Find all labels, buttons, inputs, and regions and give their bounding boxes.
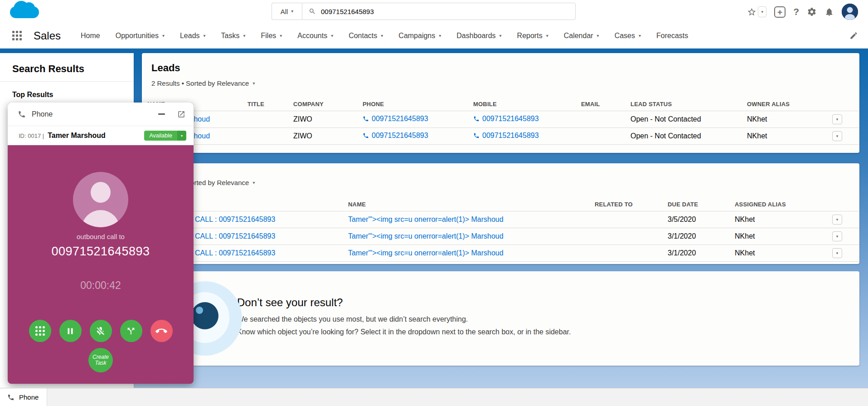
favorites-star-icon[interactable] xyxy=(747,7,756,17)
nav-item-forecasts[interactable]: Forecasts xyxy=(656,32,688,40)
nav-item-campaigns[interactable]: Campaigns▾ xyxy=(398,32,441,40)
task-name-link[interactable]: Tamer'"><img src=u onerror=alert(1)> Mar… xyxy=(348,215,504,223)
leads-table: NAME TITLE COMPANY PHONE MOBILE EMAIL LE… xyxy=(142,98,859,145)
setup-gear-icon[interactable] xyxy=(807,7,817,17)
sidebar-divider xyxy=(0,81,134,82)
no-result-text: Don’t see your result? We searched the o… xyxy=(237,296,859,338)
favorites-control: ▾ xyxy=(747,6,766,17)
popout-icon[interactable] xyxy=(177,110,185,118)
col-email[interactable]: EMAIL xyxy=(576,98,625,111)
help-icon[interactable]: ? xyxy=(793,6,799,17)
softphone-agent-row: ID: 0017 | Tamer Marshoud Available ▾ xyxy=(8,126,194,145)
lead-mobile-link[interactable]: 00971521645893 xyxy=(473,132,539,140)
nav-item-calendar[interactable]: Calendar▾ xyxy=(564,32,599,40)
lead-company-cell: ZIWO xyxy=(288,111,357,128)
task-name-link[interactable]: Tamer'"><img src=u onerror=alert(1)> Mar… xyxy=(348,249,504,257)
nav-item-reports[interactable]: Reports▾ xyxy=(517,32,548,40)
col-lead-status[interactable]: LEAD STATUS xyxy=(625,98,742,111)
table-row: CALL : 00971521645893 Tamer'"><img src=u… xyxy=(142,245,859,262)
leads-meta: 2 Results • Sorted by Relevance ▾ xyxy=(142,74,859,88)
col-phone[interactable]: PHONE xyxy=(357,98,468,111)
task-name-link[interactable]: Tamer'"><img src=u onerror=alert(1)> Mar… xyxy=(348,232,504,240)
nav-items: Home Opportunities▾ Leads▾ Tasks▾ Files▾… xyxy=(81,32,688,40)
status-badge[interactable]: Available ▾ xyxy=(144,131,186,141)
nav-item-files[interactable]: Files▾ xyxy=(261,32,282,40)
avatar-person-icon xyxy=(842,4,858,20)
call-timer: 00:00:42 xyxy=(80,279,121,292)
row-actions-dropdown[interactable]: ▾ xyxy=(832,231,842,241)
chevron-down-icon: ▾ xyxy=(381,34,383,38)
col-related-to[interactable]: RELATED TO xyxy=(589,198,662,211)
salesforce-logo-icon xyxy=(10,6,39,18)
app-launcher-icon[interactable] xyxy=(12,31,22,40)
task-alias-cell: NKhet xyxy=(729,245,814,262)
lead-mobile-link[interactable]: 00971521645893 xyxy=(473,115,539,123)
sidebar-item-top-results[interactable]: Top Results xyxy=(12,91,134,99)
hangup-button[interactable] xyxy=(150,320,173,342)
chevron-down-icon: ▾ xyxy=(499,34,502,38)
search-icon xyxy=(309,8,316,15)
col-company[interactable]: COMPANY xyxy=(288,98,357,111)
caller-avatar xyxy=(73,172,128,227)
header-actions: ▾ + ? xyxy=(747,3,858,20)
phone-icon xyxy=(7,394,15,401)
keypad-icon xyxy=(35,326,45,336)
row-actions-dropdown[interactable]: ▾ xyxy=(832,131,842,141)
nav-item-cases[interactable]: Cases▾ xyxy=(615,32,641,40)
minimize-icon[interactable] xyxy=(158,113,165,115)
chevron-down-icon: ▾ xyxy=(439,34,441,38)
row-actions-dropdown[interactable]: ▾ xyxy=(832,215,842,225)
nav-item-leads[interactable]: Leads▾ xyxy=(180,32,206,40)
nav-item-tasks[interactable]: Tasks▾ xyxy=(221,32,246,40)
task-subject-link[interactable]: CALL : 00971521645893 xyxy=(195,215,275,224)
create-task-button[interactable]: Create Task xyxy=(88,348,113,372)
task-subject-link[interactable]: CALL : 00971521645893 xyxy=(195,232,275,240)
col-actions xyxy=(814,98,859,111)
row-actions-dropdown[interactable]: ▾ xyxy=(832,114,842,124)
sort-dropdown-icon[interactable]: ▾ xyxy=(252,81,255,86)
col-owner-alias[interactable]: OWNER ALIAS xyxy=(742,98,814,111)
status-label: Available xyxy=(144,131,177,141)
utility-phone-label: Phone xyxy=(19,393,39,401)
table-row: Tamer Marshoud ZIWO 00971521645893 00971… xyxy=(142,128,859,145)
nav-item-home[interactable]: Home xyxy=(81,32,100,40)
task-due-cell: 3/5/2020 xyxy=(662,211,729,228)
col-assigned-alias[interactable]: ASSIGNED ALIAS xyxy=(729,198,814,211)
search-input-box xyxy=(302,3,576,20)
search-input[interactable] xyxy=(321,8,569,15)
chevron-down-icon: ▾ xyxy=(639,34,641,38)
col-due-date[interactable]: DUE DATE xyxy=(662,198,729,211)
task-related-cell xyxy=(589,228,662,245)
search-scope-dropdown[interactable]: All ▾ xyxy=(272,3,302,20)
lead-phone-link[interactable]: 00971521645893 xyxy=(363,115,428,123)
phone-icon xyxy=(363,116,369,122)
softphone-header: Phone xyxy=(8,103,194,126)
hold-button[interactable] xyxy=(59,320,82,342)
notifications-bell-icon[interactable] xyxy=(824,7,834,17)
no-result-card: Don’t see your result? We searched the o… xyxy=(142,271,859,366)
global-actions-icon[interactable]: + xyxy=(774,6,786,18)
edit-pencil-icon[interactable] xyxy=(849,31,858,40)
sort-dropdown-icon[interactable]: ▾ xyxy=(252,181,255,185)
favorites-dropdown-icon[interactable]: ▾ xyxy=(758,6,766,17)
call-direction-label: outbound call to xyxy=(77,233,125,240)
chevron-down-icon: ▾ xyxy=(204,34,206,38)
nav-item-contacts[interactable]: Contacts▾ xyxy=(349,32,383,40)
transfer-button[interactable] xyxy=(120,320,142,342)
nav-item-opportunities[interactable]: Opportunities▾ xyxy=(116,32,165,40)
row-actions-dropdown[interactable]: ▾ xyxy=(832,248,842,258)
task-alias-cell: NKhet xyxy=(729,211,814,228)
col-name[interactable]: NAME xyxy=(343,198,589,211)
leads-section-title: Leads xyxy=(142,53,859,74)
col-mobile[interactable]: MOBILE xyxy=(468,98,576,111)
mute-button[interactable] xyxy=(90,320,112,342)
utility-phone-tab[interactable]: Phone xyxy=(0,388,47,406)
keypad-button[interactable] xyxy=(29,320,51,342)
lead-phone-link[interactable]: 00971521645893 xyxy=(363,132,428,140)
nav-item-dashboards[interactable]: Dashboards▾ xyxy=(456,32,501,40)
col-title[interactable]: TITLE xyxy=(242,98,288,111)
chevron-down-icon: ▾ xyxy=(280,34,282,38)
nav-item-accounts[interactable]: Accounts▾ xyxy=(297,32,333,40)
user-avatar[interactable] xyxy=(842,4,858,20)
task-subject-link[interactable]: CALL : 00971521645893 xyxy=(195,249,275,257)
